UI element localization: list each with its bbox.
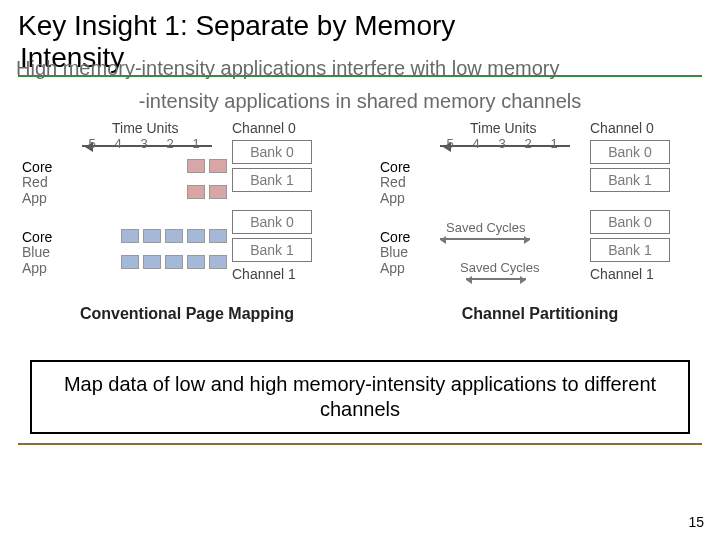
core-label: Core [22,229,52,245]
core-label: Core [380,159,410,175]
tick: 5 [440,136,460,151]
callout-box: Map data of low and high memory-intensit… [30,360,690,434]
tick: 4 [466,136,486,151]
core-label: Core [380,229,410,245]
request-grid-red [67,156,227,208]
core-red-app-label: Core Red App [380,160,422,206]
tick: 5 [82,136,102,151]
bank-box: Bank 1 [232,168,312,192]
bank-box: Bank 1 [590,168,670,192]
bank-box: Bank 0 [590,140,670,164]
channel-1-label: Channel 1 [232,266,332,282]
footer-underline [18,443,702,445]
tick: 3 [134,136,154,151]
bank-box: Bank 0 [232,140,312,164]
saved-cycles-label: Saved Cycles [446,220,525,235]
tick: 4 [108,136,128,151]
channel-0-label: Channel 0 [232,120,332,136]
blue-app-label: Blue App [380,244,408,275]
bank-box: Bank 0 [232,210,312,234]
saved-cycles-label: Saved Cycles [460,260,539,275]
slide-title: Key Insight 1: Separate by Memory [0,0,720,42]
time-units-label: Time Units [470,120,536,136]
saved-cycles-arrow-icon [466,278,526,280]
bank-box: Bank 1 [590,238,670,262]
core-red-app-label: Core Red App [22,160,64,206]
time-ruler: 5 4 3 2 1 [440,136,570,152]
request-grid-blue [67,226,227,278]
caption-partitioning: Channel Partitioning [380,305,700,323]
memory-column-right: Channel 0 Bank 0 Bank 1 Bank 0 Bank 1 Ch… [590,120,690,282]
core-label: Core [22,159,52,175]
tick: 2 [160,136,180,151]
subtitle-line-2: -intensity applications in shared memory… [0,90,720,113]
bank-box: Bank 0 [590,210,670,234]
subtitle-line-1: High memory-intensity applications inter… [16,56,696,81]
blue-app-label: Blue App [22,244,50,275]
core-blue-app-label: Core Blue App [22,230,64,276]
bank-box: Bank 1 [232,238,312,262]
tick: 2 [518,136,538,151]
saved-cycles-arrow-icon [440,238,530,240]
channel-0-label: Channel 0 [590,120,690,136]
channel-1-label: Channel 1 [590,266,690,282]
page-number: 15 [688,514,704,530]
time-ruler: 5 4 3 2 1 [82,136,212,152]
memory-column-left: Channel 0 Bank 0 Bank 1 Bank 0 Bank 1 Ch… [232,120,332,282]
tick: 1 [186,136,206,151]
red-app-label: Red App [380,174,406,205]
red-app-label: Red App [22,174,48,205]
time-units-label: Time Units [112,120,178,136]
caption-conventional: Conventional Page Mapping [22,305,352,323]
tick: 3 [492,136,512,151]
core-blue-app-label: Core Blue App [380,230,422,276]
tick: 1 [544,136,564,151]
